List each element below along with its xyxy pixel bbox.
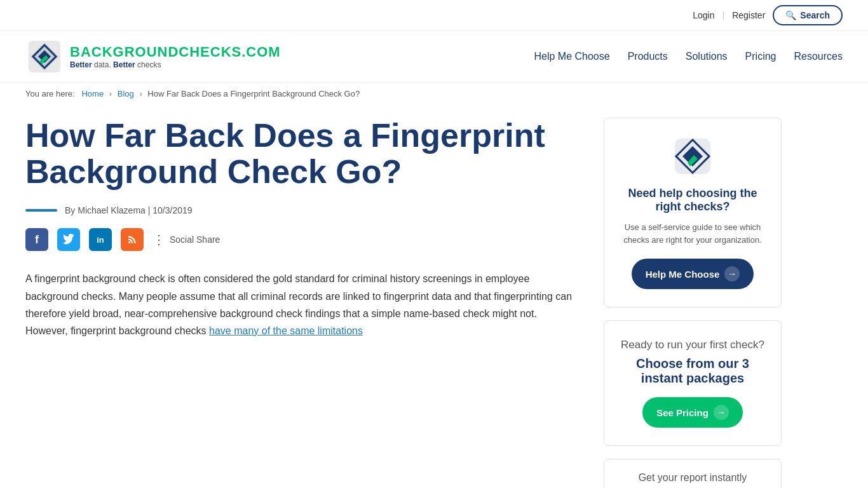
instant-card-text: Get your report instantly: [617, 472, 768, 484]
social-share-label: Social Share: [170, 234, 220, 245]
breadcrumb-prefix: You are here:: [25, 89, 75, 98]
article-body-link[interactable]: have many of the same limitations: [209, 325, 363, 336]
three-dots-icon: ⋮: [153, 232, 166, 247]
breadcrumb: You are here: Home › Blog › How Far Back…: [0, 83, 868, 105]
svg-point-5: [128, 241, 130, 243]
sidebar-card-instant: Get your report instantly: [604, 459, 782, 488]
site-header: BACKGROUNDCHECKS.COM Better data. Better…: [0, 31, 868, 83]
logo-area: BACKGROUNDCHECKS.COM Better data. Better…: [25, 37, 281, 76]
article-title: How Far Back Does a Fingerprint Backgrou…: [25, 118, 578, 190]
nav-pricing[interactable]: Pricing: [745, 51, 776, 62]
logo-brand: BACKGROUNDCHECKS.COM: [70, 44, 281, 60]
main-layout: How Far Back Does a Fingerprint Backgrou…: [0, 105, 868, 488]
breadcrumb-sep1: ›: [109, 89, 112, 98]
divider: |: [722, 10, 725, 20]
main-nav: Help Me Choose Products Solutions Pricin…: [534, 51, 843, 62]
nav-resources[interactable]: Resources: [794, 51, 843, 62]
logo-tagline: Better data. Better checks: [70, 60, 281, 69]
facebook-share-button[interactable]: f: [25, 228, 48, 251]
article-author: By Michael Klazema | 10/3/2019: [65, 205, 193, 215]
register-link[interactable]: Register: [732, 10, 765, 20]
top-bar: Login | Register 🔍 Search: [0, 0, 868, 31]
nav-solutions[interactable]: Solutions: [686, 51, 728, 62]
arrow-right-icon: →: [724, 266, 740, 281]
social-share-bar: f in ⋮ Social Share: [25, 228, 578, 251]
meta-line: [25, 209, 57, 212]
see-pricing-label: See Pricing: [656, 407, 709, 418]
rss-icon: [126, 234, 138, 245]
brand-logo-icon: [672, 136, 713, 177]
logo-text: BACKGROUNDCHECKS.COM Better data. Better…: [70, 44, 281, 69]
sidebar-card-pricing: Ready to run your first check? Choose fr…: [604, 320, 782, 446]
article-area: How Far Back Does a Fingerprint Backgrou…: [25, 118, 578, 488]
sidebar: Need help choosing the right checks? Use…: [604, 118, 782, 488]
nav-help-me-choose[interactable]: Help Me Choose: [534, 51, 609, 62]
breadcrumb-home[interactable]: Home: [81, 89, 104, 98]
sidebar-card-help: Need help choosing the right checks? Use…: [604, 118, 782, 308]
twitter-icon: [63, 234, 74, 245]
see-pricing-button[interactable]: See Pricing →: [642, 397, 743, 428]
pricing-card-title: Ready to run your first check?: [618, 339, 767, 351]
rss-share-button[interactable]: [121, 228, 144, 251]
login-link[interactable]: Login: [693, 10, 714, 20]
help-card-desc: Use a self-service guide to see which ch…: [618, 221, 767, 246]
linkedin-share-button[interactable]: in: [89, 228, 112, 251]
twitter-share-button[interactable]: [57, 228, 80, 251]
nav-products[interactable]: Products: [628, 51, 668, 62]
diamond-logo-svg: [672, 136, 713, 177]
breadcrumb-sep2: ›: [139, 89, 142, 98]
article-body: A fingerprint background check is often …: [25, 270, 578, 339]
more-share-button[interactable]: ⋮ Social Share: [153, 232, 220, 247]
pricing-arrow-icon: →: [714, 405, 729, 420]
article-meta: By Michael Klazema | 10/3/2019: [25, 205, 578, 215]
article-paragraph-1: A fingerprint background check is often …: [25, 270, 578, 339]
breadcrumb-current: How Far Back Does a Fingerprint Backgrou…: [147, 89, 360, 98]
help-me-choose-label: Help Me Choose: [646, 269, 720, 280]
search-icon: 🔍: [785, 10, 796, 20]
search-button[interactable]: 🔍 Search: [773, 5, 843, 25]
logo-icon: [25, 37, 64, 76]
breadcrumb-blog[interactable]: Blog: [118, 89, 134, 98]
help-card-title: Need help choosing the right checks?: [618, 187, 767, 214]
sidebar-icon-wrap: [618, 136, 767, 177]
pricing-card-highlight: Choose from our 3 instant packages: [618, 356, 767, 386]
help-me-choose-button[interactable]: Help Me Choose →: [632, 259, 754, 289]
search-label: Search: [800, 10, 830, 20]
